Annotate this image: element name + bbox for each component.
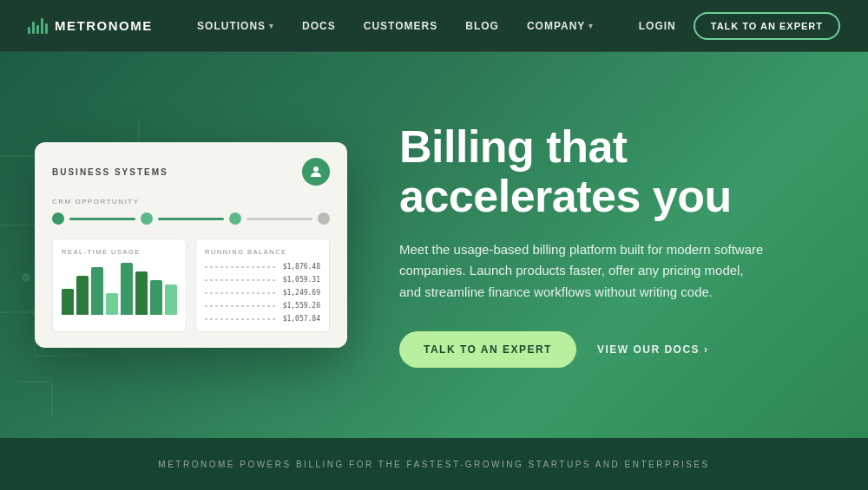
nav-company[interactable]: COMPANY ▾: [527, 20, 594, 32]
progress-dot-3: [229, 212, 241, 225]
running-balance-label: RUNNING BALANCE: [205, 248, 320, 256]
crm-label: CRM OPPORTUNITY: [52, 198, 330, 206]
logo-bar-3: [36, 25, 39, 34]
progress-line-2: [158, 218, 224, 220]
balance-amount: $1,559.20: [283, 302, 320, 310]
balance-dots: [205, 292, 278, 294]
chevron-down-icon: ▾: [269, 22, 274, 30]
logo-bar-4: [41, 18, 43, 34]
progress-track: [52, 212, 330, 225]
nav-solutions-link[interactable]: SOLUTIONS ▾: [197, 20, 274, 32]
nav-docs-link[interactable]: DOCS: [302, 20, 336, 32]
svg-point-2: [22, 273, 30, 282]
bar-chart: [62, 263, 177, 315]
hero-heading: Billing that accelerates you: [399, 122, 816, 221]
progress-dot-1: [52, 212, 64, 225]
card-header: BUSINESS SYSTEMS: [52, 158, 330, 186]
nav-blog[interactable]: BLOG: [465, 20, 499, 32]
bar-chart-bar: [150, 280, 162, 315]
balance-rows: $1,876.48$1,059.31$1,249.69$1,559.20$1,0…: [205, 263, 320, 323]
balance-amount: $1,059.31: [283, 276, 320, 284]
footer-bar: METRONOME POWERS BILLING FOR THE FASTEST…: [0, 438, 868, 490]
running-balance-box: RUNNING BALANCE $1,876.48$1,059.31$1,249…: [195, 238, 330, 332]
balance-dots: [205, 279, 278, 281]
hero-cta-secondary[interactable]: VIEW OUR DOCS ›: [597, 343, 709, 356]
logo[interactable]: METRONOME: [28, 18, 153, 34]
avatar: [302, 158, 330, 186]
bar-chart-bar: [106, 293, 118, 315]
bar-chart-bar: [62, 289, 74, 315]
nav-customers-link[interactable]: CUSTOMERS: [364, 20, 437, 32]
metrics-row: REAL-TIME USAGE RUNNING BALANCE $1,876.4…: [52, 238, 330, 332]
balance-row: $1,876.48: [205, 263, 320, 271]
chevron-down-icon-2: ▾: [589, 22, 594, 30]
nav-docs[interactable]: DOCS: [302, 20, 336, 32]
logo-bar-2: [32, 22, 35, 34]
progress-line-3: [247, 218, 312, 220]
navbar: METRONOME SOLUTIONS ▾ DOCS CUSTOMERS BLO…: [0, 0, 868, 52]
svg-point-4: [313, 167, 319, 172]
nav-cta-button[interactable]: TALK TO AN EXPERT: [694, 12, 840, 40]
logo-bar-1: [28, 27, 30, 34]
login-link[interactable]: LOGIN: [639, 20, 676, 32]
balance-dots: [205, 305, 278, 307]
logo-icon: [28, 18, 48, 34]
hero-text: Billing that accelerates you Meet the us…: [399, 122, 816, 368]
nav-solutions[interactable]: SOLUTIONS ▾: [197, 20, 274, 32]
nav-blog-link[interactable]: BLOG: [465, 20, 499, 32]
balance-amount: $1,876.48: [283, 263, 320, 271]
nav-customers[interactable]: CUSTOMERS: [364, 20, 437, 32]
logo-text: METRONOME: [55, 18, 153, 33]
balance-amount: $1,057.84: [283, 315, 320, 323]
balance-dots: [205, 318, 278, 320]
balance-row: $1,249.69: [205, 289, 320, 297]
logo-bar-5: [45, 23, 48, 34]
balance-dots: [205, 266, 278, 268]
nav-company-link[interactable]: COMPANY ▾: [527, 20, 594, 32]
progress-line-1: [69, 218, 135, 220]
hero-section: BUSINESS SYSTEMS CRM OPPORTUNITY REAL-TI…: [0, 52, 868, 438]
dashboard-card: BUSINESS SYSTEMS CRM OPPORTUNITY REAL-TI…: [35, 142, 347, 348]
progress-dot-2: [141, 212, 153, 225]
real-time-usage-label: REAL-TIME USAGE: [62, 248, 177, 256]
bar-chart-bar: [121, 263, 133, 315]
bar-chart-bar: [135, 271, 148, 315]
card-title: BUSINESS SYSTEMS: [52, 167, 168, 177]
balance-row: $1,559.20: [205, 302, 320, 310]
balance-row: $1,059.31: [205, 276, 320, 284]
hero-cta-primary[interactable]: TALK TO AN EXPERT: [399, 331, 576, 368]
hero-buttons: TALK TO AN EXPERT VIEW OUR DOCS ›: [399, 331, 816, 368]
bar-chart-bar: [76, 276, 89, 315]
bar-chart-bar: [165, 284, 177, 315]
nav-right: LOGIN TALK TO AN EXPERT: [639, 12, 840, 40]
real-time-usage-box: REAL-TIME USAGE: [52, 238, 187, 332]
footer-text: METRONOME POWERS BILLING FOR THE FASTEST…: [158, 460, 709, 469]
hero-subtext: Meet the usage-based billing platform bu…: [399, 239, 764, 304]
progress-dot-4: [318, 212, 330, 225]
bar-chart-bar: [91, 267, 103, 315]
nav-links: SOLUTIONS ▾ DOCS CUSTOMERS BLOG COMPANY …: [197, 20, 594, 32]
balance-amount: $1,249.69: [283, 289, 320, 297]
balance-row: $1,057.84: [205, 315, 320, 323]
